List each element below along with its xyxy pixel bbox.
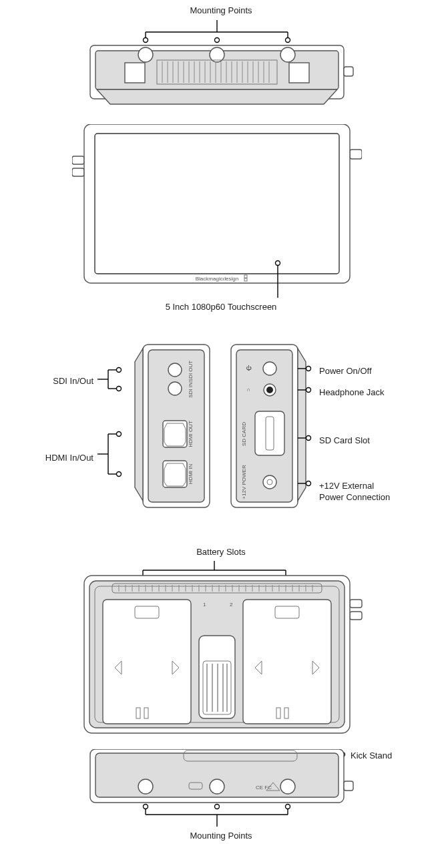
svg-rect-36 [289,63,309,83]
svg-rect-40 [350,150,362,159]
svg-point-64 [117,368,122,373]
svg-rect-150 [199,636,235,718]
diagram-back-view: 1 2 [72,561,366,736]
svg-rect-42 [95,134,339,274]
svg-rect-39 [72,168,84,176]
svg-text:HDMI OUT: HDMI OUT [188,421,194,447]
svg-rect-101 [350,612,362,620]
svg-point-5 [215,38,220,43]
svg-text:2: 2 [230,602,233,608]
svg-rect-37 [344,67,353,76]
svg-point-173 [144,805,148,809]
svg-point-75 [263,362,276,375]
svg-point-71 [117,472,122,477]
svg-marker-74 [298,349,306,501]
label-hdmi: HDMI In/Out [45,453,93,464]
svg-text:∩: ∩ [246,387,250,393]
svg-text:+12V POWER: +12V POWER [241,465,247,499]
svg-point-164 [210,779,224,794]
svg-point-163 [138,779,153,794]
svg-point-65 [117,387,122,391]
svg-text:CE FC: CE FC [256,785,272,791]
svg-text:⏻: ⏻ [246,365,252,371]
svg-rect-35 [125,63,145,83]
svg-rect-38 [72,156,84,164]
svg-point-4 [144,38,148,43]
svg-point-6 [286,38,290,43]
svg-point-175 [286,805,290,809]
label-mounting-bottom: Mounting Points [0,831,442,842]
diagram-top-view [77,20,357,107]
svg-point-50 [168,363,182,377]
diagram-bottom-view: CE FC [77,749,364,843]
svg-text:SD CARD: SD CARD [241,422,247,446]
svg-marker-9 [97,89,337,104]
svg-point-10 [138,47,153,62]
svg-point-87 [306,367,311,371]
svg-point-89 [306,388,311,393]
label-sdi: SDI In/Out [53,376,93,387]
svg-point-70 [117,432,122,437]
label-touchscreen: 5 Inch 1080p60 Touchscreen [0,302,442,313]
svg-point-12 [280,47,295,62]
svg-point-174 [215,805,220,809]
svg-marker-49 [135,349,143,501]
svg-point-51 [168,382,182,395]
svg-point-78 [266,387,273,393]
svg-text:SDI OUT: SDI OUT [188,361,194,383]
svg-point-93 [306,481,311,486]
svg-rect-100 [350,600,362,608]
label-mounting-top: Mounting Points [0,5,442,17]
label-battery: Battery Slots [0,547,442,558]
svg-point-46 [276,261,280,266]
svg-text:1: 1 [203,602,206,608]
side-right: ⏻ ∩ SD CARD +12V POWER [231,345,306,507]
svg-rect-162 [344,781,353,791]
brand-logo: Blackmagicdesign [196,276,238,282]
svg-text:SDI IN: SDI IN [188,382,194,398]
diagram-side-views: SDI OUT SDI IN HDMI OUT HDMI IN ⏻ ∩ SD C… [97,342,338,515]
svg-point-83 [263,475,276,489]
svg-point-91 [306,436,311,441]
diagram-front-view: Blackmagicdesign [72,124,362,303]
side-left: SDI OUT SDI IN HDMI OUT HDMI IN [135,345,210,507]
svg-text:HDMI IN: HDMI IN [188,463,194,484]
svg-point-165 [280,779,295,794]
svg-rect-80 [255,411,284,455]
